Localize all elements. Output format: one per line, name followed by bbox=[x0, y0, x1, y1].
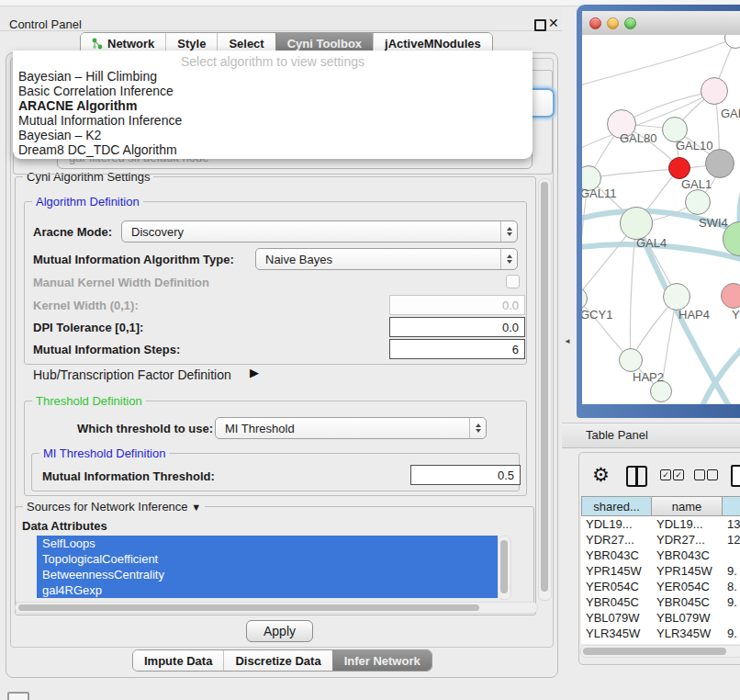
manual-kernel-width-checkbox[interactable] bbox=[506, 275, 520, 288]
tab-discretize-data[interactable]: Discretize Data bbox=[223, 650, 331, 671]
column-layout-icon[interactable] bbox=[626, 466, 647, 487]
network-canvas[interactable]: GAL GAL80 GAL10 GAL1 GAL11 SWI4 GAL4 GCY… bbox=[582, 35, 740, 404]
close-traffic-light-icon[interactable] bbox=[589, 17, 601, 29]
list-item[interactable]: SelfLoops bbox=[37, 536, 498, 551]
column-header-name[interactable]: name bbox=[652, 496, 723, 516]
node-table: shared... name YDL19...YDL19...13 YDR27.… bbox=[581, 496, 740, 644]
select-all-checks-icon[interactable]: ✓ bbox=[660, 469, 671, 480]
list-item[interactable]: BetweennessCentrality bbox=[37, 567, 498, 582]
popup-item-basic-correlation[interactable]: Basic Correlation Inference bbox=[18, 84, 174, 98]
cell: YDL19... bbox=[581, 516, 652, 532]
minimize-traffic-light-icon[interactable] bbox=[607, 17, 619, 29]
node-hap4[interactable] bbox=[663, 283, 690, 310]
apply-button[interactable]: Apply bbox=[246, 620, 313, 642]
column-header-shared-name[interactable]: shared... bbox=[581, 496, 652, 516]
mi-threshold-label: Mutual Information Threshold: bbox=[42, 469, 215, 483]
hub-expand-arrow-icon[interactable]: ▶ bbox=[250, 366, 259, 379]
table-row[interactable]: YBL079WYBL079W bbox=[581, 610, 740, 626]
data-attributes-list[interactable]: SelfLoops TopologicalCoefficient Between… bbox=[37, 536, 498, 598]
kernel-width-field[interactable]: 0.0 bbox=[389, 295, 525, 315]
minimized-panel-icon[interactable] bbox=[7, 692, 29, 700]
cell: YPR145W bbox=[581, 563, 652, 579]
network-window-titlebar[interactable] bbox=[582, 11, 740, 36]
deselect-all-checks-icon[interactable] bbox=[707, 469, 718, 480]
float-panel-icon[interactable] bbox=[534, 19, 546, 31]
deselect-all-checks-icon[interactable] bbox=[694, 469, 705, 480]
table-row[interactable]: YDR27...YDR27...12 bbox=[581, 532, 740, 548]
table-horizontal-scrollbar[interactable] bbox=[580, 645, 740, 658]
network-icon bbox=[92, 38, 104, 50]
tab-impute-data-label: Impute Data bbox=[144, 654, 212, 668]
table-row[interactable]: YBR043CYBR043C bbox=[581, 548, 740, 563]
mi-algorithm-type-label: Mutual Information Algorithm Type: bbox=[33, 253, 234, 266]
table-row[interactable]: YBR045CYBR045C9. bbox=[581, 594, 740, 610]
settings-vertical-scrollbar[interactable] bbox=[538, 178, 552, 601]
which-threshold-combo[interactable]: MI Threshold bbox=[215, 417, 487, 439]
column-header-partial[interactable] bbox=[723, 496, 740, 516]
close-panel-icon[interactable]: ✕ bbox=[548, 16, 559, 30]
mi-threshold-field[interactable]: 0.5 bbox=[410, 465, 521, 485]
node-swi4[interactable] bbox=[685, 189, 711, 215]
node-hap2[interactable] bbox=[619, 348, 643, 372]
threshold-definition-title: Threshold Definition bbox=[32, 394, 146, 408]
popup-item-aracne[interactable]: ARACNE Algorithm bbox=[18, 98, 137, 113]
hub-section-label[interactable]: Hub/Transcription Factor Definition bbox=[33, 367, 231, 382]
splitpane-collapse-icon[interactable]: ◄ bbox=[564, 337, 571, 345]
node-label: GCY1 bbox=[582, 308, 612, 322]
aracne-mode-combo[interactable]: Discovery bbox=[121, 220, 518, 243]
attributes-list-scrollbar[interactable] bbox=[498, 536, 511, 600]
cell: 8. bbox=[723, 579, 740, 594]
node-label: HAP4 bbox=[678, 308, 710, 322]
mi-threshold-value: 0.5 bbox=[498, 469, 514, 482]
table-row[interactable]: YER054CYER054C8. bbox=[581, 579, 740, 594]
aracne-mode-value: Discovery bbox=[122, 225, 500, 239]
popup-item-mutual-information[interactable]: Mutual Information Inference bbox=[18, 113, 182, 128]
node-gal-pink[interactable] bbox=[701, 77, 728, 105]
column-header-label: name bbox=[672, 500, 702, 514]
tab-impute-data[interactable]: Impute Data bbox=[133, 650, 223, 671]
mi-algorithm-type-combo[interactable]: Naive Bayes bbox=[255, 248, 518, 270]
cell: YLR345W bbox=[581, 626, 652, 641]
node-gray[interactable] bbox=[705, 149, 734, 178]
tab-infer-network-label: Infer Network bbox=[344, 654, 420, 668]
settings-horizontal-scrollbar[interactable] bbox=[15, 602, 538, 614]
combo-arrows-icon bbox=[500, 221, 517, 242]
table-row[interactable]: YIL052CYIL052C9 bbox=[581, 641, 740, 644]
list-item[interactable]: gal4RGexp bbox=[37, 582, 498, 598]
table-row[interactable]: YLR345WYLR345W9. bbox=[581, 626, 740, 641]
sources-group-title[interactable]: Sources for Network Inference ▼ bbox=[23, 500, 205, 514]
zoom-traffic-light-icon[interactable] bbox=[624, 17, 636, 29]
mi-steps-label: Mutual Information Steps: bbox=[33, 343, 180, 356]
mi-steps-field[interactable]: 6 bbox=[389, 339, 525, 359]
table-row[interactable]: YPR145WYPR145W9. bbox=[581, 563, 740, 579]
select-all-checks-icon[interactable]: ✓ bbox=[673, 469, 684, 480]
cell: YBR045C bbox=[652, 594, 723, 610]
node-red-selected[interactable] bbox=[668, 157, 690, 179]
screen: Control Panel ✕ Network Style Select Cyn… bbox=[0, 0, 740, 700]
popup-item-bayesian-hill-climbing[interactable]: Bayesian – Hill Climbing bbox=[18, 69, 157, 84]
node-salmon[interactable] bbox=[721, 283, 740, 309]
cell: 9. bbox=[723, 594, 740, 610]
popup-item-dream8[interactable]: Dream8 DC_TDC Algorithm bbox=[18, 142, 177, 157]
dpi-tolerance-label: DPI Tolerance [0,1]: bbox=[33, 321, 143, 334]
cell: 9. bbox=[723, 563, 740, 579]
sources-title-text: Sources for Network Inference bbox=[27, 500, 188, 514]
data-attributes-label: Data Attributes bbox=[22, 519, 107, 533]
tab-infer-network[interactable]: Infer Network bbox=[332, 650, 432, 671]
node-label: GAL1 bbox=[681, 177, 712, 191]
popup-item-bayesian-k2[interactable]: Bayesian – K2 bbox=[18, 128, 101, 142]
combo-arrows-icon bbox=[500, 249, 517, 269]
which-threshold-label: Which threshold to use: bbox=[77, 422, 213, 435]
table-settings-gear-icon[interactable]: ⚙ bbox=[592, 464, 610, 486]
tab-discretize-data-label: Discretize Data bbox=[235, 654, 320, 668]
table-row[interactable]: YDL19...YDL19...13 bbox=[581, 516, 740, 532]
network-view-window[interactable]: GAL GAL80 GAL10 GAL1 GAL11 SWI4 GAL4 GCY… bbox=[577, 5, 740, 418]
dpi-tolerance-field[interactable]: 0.0 bbox=[389, 317, 525, 337]
list-item[interactable]: TopologicalCoefficient bbox=[37, 551, 498, 567]
cell: YPR145W bbox=[652, 563, 723, 579]
node-gal4[interactable] bbox=[620, 207, 653, 240]
cell: YBR045C bbox=[581, 594, 652, 610]
table-panel-header: Table Panel bbox=[562, 423, 740, 448]
cell: YLR345W bbox=[652, 626, 723, 641]
export-table-icon[interactable] bbox=[731, 465, 740, 487]
